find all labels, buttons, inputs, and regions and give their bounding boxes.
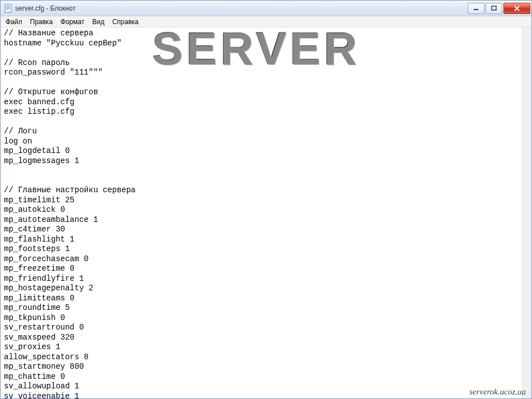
minimize-button[interactable] bbox=[468, 3, 484, 14]
notepad-icon bbox=[4, 4, 13, 13]
menu-bar: Файл Правка Формат Вид Справка bbox=[1, 16, 531, 27]
watermark: serverok.ucoz.ua bbox=[469, 387, 526, 397]
window-controls bbox=[466, 3, 530, 14]
menu-format[interactable]: Формат bbox=[57, 16, 88, 27]
menu-edit[interactable]: Правка bbox=[26, 16, 57, 27]
close-button[interactable] bbox=[503, 3, 530, 14]
content-area: SERVER // Названuе сервера hostname "Рус… bbox=[1, 27, 531, 398]
titlebar[interactable]: server.cfg - Блокнот bbox=[1, 1, 531, 16]
svg-rect-6 bbox=[492, 6, 496, 10]
window-title: server.cfg - Блокнот bbox=[15, 4, 466, 12]
menu-view[interactable]: Вид bbox=[88, 16, 109, 27]
notepad-window: server.cfg - Блокнот Файл Правка Формат … bbox=[0, 0, 532, 399]
text-editor[interactable]: // Названuе сервера hostname "Русckuu ce… bbox=[1, 27, 531, 398]
menu-file[interactable]: Файл bbox=[2, 16, 26, 27]
menu-help[interactable]: Справка bbox=[108, 16, 142, 27]
maximize-button[interactable] bbox=[486, 3, 502, 14]
